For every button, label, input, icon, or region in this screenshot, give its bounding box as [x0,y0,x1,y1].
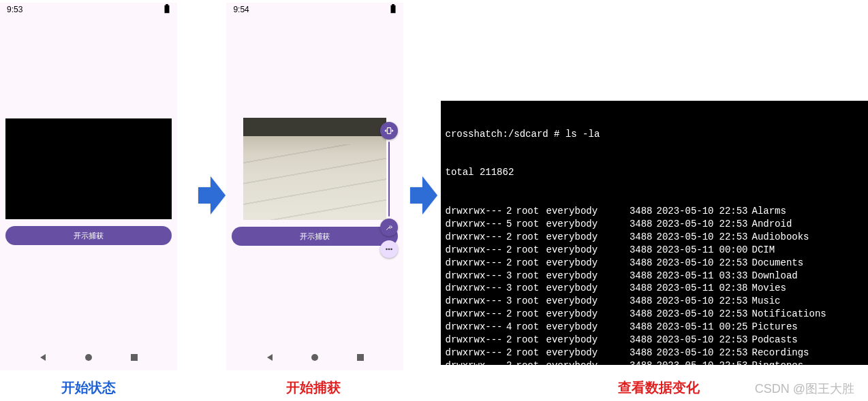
phone-left: 9:53 开示捕获 [0,3,177,370]
nav-back-icon[interactable] [38,353,48,365]
terminal-row: drwxrwx---2rooteverybody34882023-05-1022… [445,205,864,218]
terminal-row: drwxrwx---2rooteverybody34882023-05-1022… [445,308,864,321]
phone-left-content: 开示捕获 [0,16,177,347]
phone-right: 9:54 开示捕获 [226,3,403,370]
terminal-row: drwxrwx---2rooteverybody34882023-05-1022… [445,231,864,244]
nav-back-icon[interactable] [265,353,275,365]
svg-point-0 [85,354,92,361]
battery-icon [164,4,170,16]
terminal-row: drwxrwx---4rooteverybody34882023-05-1100… [445,321,864,334]
terminal-prompt: crosshatch:/sdcard # ls -la [445,128,864,141]
side-controls [380,120,398,260]
android-nav-bar [0,347,177,370]
watermark: CSDN @图王大胜 [755,381,854,397]
terminal-total: total 211862 [445,166,864,179]
status-time: 9:53 [7,5,22,14]
arrow-icon [409,173,438,218]
svg-point-5 [386,248,388,251]
terminal-row: drwxrwx---3rooteverybody34882023-05-1102… [445,282,864,295]
start-capture-button[interactable]: 开示捕获 [5,226,172,245]
battery-icon [390,4,397,16]
captions: 开始状态 开始捕获 查看数据变化 [0,379,868,397]
terminal-row: drwxrwx---3rooteverybody34882023-05-1103… [445,270,864,283]
caption-start-capture: 开始捕获 [225,379,402,397]
svg-point-7 [391,248,393,251]
terminal-output[interactable]: crosshatch:/sdcard # ls -la total 211862… [441,101,868,365]
terminal-row: drwxrwx---2rooteverybody34882023-05-1022… [445,257,864,270]
preview-placeholder [5,118,172,219]
layout-row: 9:53 开示捕获 9:54 开示捕获 [0,0,868,370]
status-bar: 9:54 [226,3,403,16]
caption-start-state: 开始状态 [0,379,177,397]
svg-point-6 [388,248,390,251]
slider-track[interactable] [388,142,390,216]
status-bar: 9:53 [0,3,177,16]
terminal-row: drwxrwx---2rooteverybody34882023-05-1022… [445,334,864,347]
arrow-icon [197,173,226,218]
svg-rect-1 [131,354,138,361]
svg-rect-4 [388,128,391,134]
phone-right-content: 开示捕获 [226,16,403,347]
start-capture-button[interactable]: 开示捕获 [232,227,398,246]
nav-recent-icon[interactable] [356,353,365,365]
svg-rect-3 [357,354,364,361]
terminal-row: drwxrwx---2rooteverybody34882023-05-1022… [445,359,864,365]
terminal-row: drwxrwx---2rooteverybody34882023-05-1022… [445,347,864,359]
terminal-row: drwxrwx---5rooteverybody34882023-05-1022… [445,218,864,231]
terminal-row: drwxrwx---3rooteverybody34882023-05-1022… [445,295,864,308]
nav-recent-icon[interactable] [129,353,139,365]
nav-home-icon[interactable] [84,353,93,365]
vibrate-icon[interactable] [380,122,398,140]
more-icon[interactable] [380,240,398,258]
tools-icon[interactable] [380,219,398,236]
android-nav-bar [226,347,403,370]
nav-home-icon[interactable] [310,353,320,365]
terminal-row: drwxrwx---2rooteverybody34882023-05-1100… [445,244,864,257]
svg-point-2 [311,354,318,361]
status-time: 9:54 [233,5,249,14]
camera-preview [243,118,386,220]
